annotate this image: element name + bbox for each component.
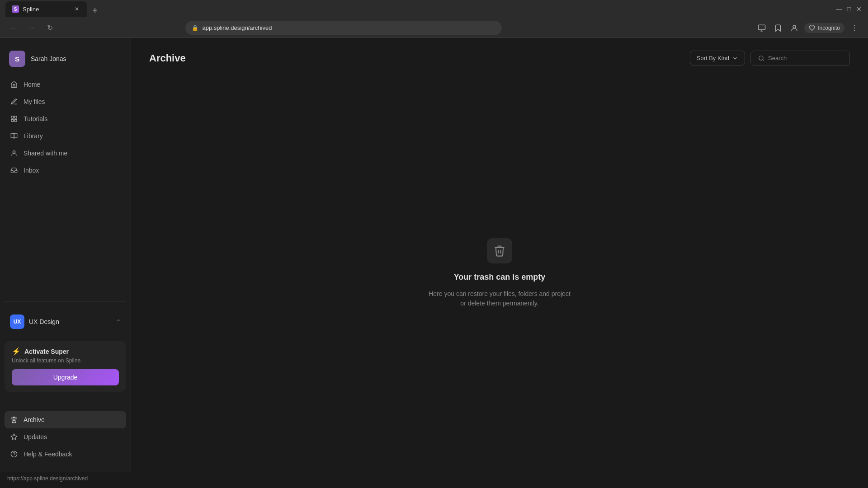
sidebar-item-library[interactable]: Library [5,127,126,145]
sidebar-item-home-label: Home [24,81,40,88]
home-icon [10,80,18,89]
svg-rect-0 [759,25,765,30]
forward-button[interactable]: → [25,22,38,34]
sidebar-item-tutorials[interactable]: Tutorials [5,110,126,127]
empty-state: Your trash can is empty Here you can res… [131,75,868,472]
svg-rect-2 [11,116,14,118]
sidebar-item-updates[interactable]: Updates [5,428,126,446]
svg-point-1 [793,25,796,28]
empty-trash-icon [493,244,506,257]
lock-icon: 🔒 [192,25,198,31]
tutorials-icon [10,115,18,123]
empty-title: Your trash can is empty [454,272,546,282]
search-box[interactable]: Search [750,51,850,66]
url-text: app.spline.design/archived [202,24,272,31]
back-button[interactable]: ← [7,22,20,34]
browser-tab[interactable]: S Spline ✕ [5,1,87,17]
svg-rect-4 [14,119,17,122]
chevron-down-icon [732,55,738,61]
upgrade-button[interactable]: Upgrade [12,369,119,385]
workspace-header[interactable]: UX UX Design ⌃ [5,311,126,333]
svg-rect-5 [11,119,14,122]
bookmark-icon[interactable] [772,22,784,34]
bottom-nav: Archive Updates Help & Feedback [0,411,131,463]
status-url: https://app.spline.design/archived [7,475,88,482]
sort-label: Sort By Kind [697,55,729,61]
sidebar-divider-2 [5,402,126,402]
sidebar-item-help-label: Help & Feedback [24,450,72,458]
sidebar-item-updates-label: Updates [24,433,47,441]
activate-header: ⚡ Activate Super [12,347,119,356]
sidebar-item-home[interactable]: Home [5,76,126,93]
sidebar-item-archive[interactable]: Archive [5,411,126,428]
page-title: Archive [149,52,186,64]
svg-point-10 [759,56,763,60]
header-actions: Sort By Kind Search [690,51,850,66]
svg-point-6 [13,151,15,153]
chevron-up-icon: ⌃ [116,319,121,325]
browser-actions: Incognito ⋮ [755,22,861,34]
main-content: Archive Sort By Kind Search [131,38,868,472]
status-bar: https://app.spline.design/archived [0,472,868,484]
workspace-name: UX Design [29,318,112,325]
profile-icon[interactable] [788,22,801,34]
workspace-section: UX UX Design ⌃ [0,307,131,336]
sidebar-item-my-files-label: My files [24,98,45,105]
inbox-icon [10,166,18,174]
activate-description: Unlock all features on Spline. [12,357,119,364]
app-container: S Sarah Jonas Home My files [0,38,868,472]
library-icon [10,132,18,140]
upgrade-section: ⚡ Activate Super Unlock all features on … [5,341,126,392]
tab-title: Spline [23,6,39,13]
svg-marker-7 [11,434,17,440]
incognito-label: Incognito [818,25,840,31]
incognito-button[interactable]: Incognito [804,23,844,33]
sort-button[interactable]: Sort By Kind [690,51,745,66]
url-bar[interactable]: 🔒 app.spline.design/archived [185,21,502,35]
address-bar: ← → ↻ 🔒 app.spline.design/archived [0,18,868,38]
svg-line-11 [763,59,764,61]
menu-icon[interactable]: ⋮ [848,22,861,34]
browser-titlebar: — □ ✕ S Spline ✕ + [0,0,868,18]
sidebar-divider [5,301,126,302]
tab-favicon: S [12,5,19,13]
trash-icon-container [487,238,512,263]
nav-section: Home My files Tutorials [0,76,131,296]
screen-share-icon[interactable] [755,22,768,34]
sidebar-item-help[interactable]: Help & Feedback [5,446,126,463]
updates-icon [10,433,18,441]
shared-icon [10,149,18,157]
sidebar-item-tutorials-label: Tutorials [24,115,47,122]
search-placeholder: Search [768,55,787,61]
archive-trash-icon [10,416,18,424]
sidebar-item-library-label: Library [24,132,43,140]
close-button[interactable]: ✕ [855,5,863,13]
edit-icon [10,98,18,106]
browser-chrome: — □ ✕ S Spline ✕ + ← → ↻ 🔒 app.spline.de… [0,0,868,38]
sidebar-item-shared[interactable]: Shared with me [5,145,126,162]
tab-close-button[interactable]: ✕ [73,5,80,13]
sidebar-item-archive-label: Archive [24,416,45,423]
user-name: Sarah Jonas [31,55,66,62]
main-header: Archive Sort By Kind Search [131,38,868,75]
sidebar: S Sarah Jonas Home My files [0,38,131,472]
help-icon [10,450,18,458]
empty-description: Here you can restore your files, folders… [429,289,571,308]
sidebar-item-inbox[interactable]: Inbox [5,162,126,179]
user-avatar: S [9,51,25,67]
search-icon [758,55,764,61]
svg-rect-3 [14,116,17,118]
sidebar-item-shared-label: Shared with me [24,150,67,157]
maximize-button[interactable]: □ [845,5,853,13]
sidebar-item-inbox-label: Inbox [24,167,39,174]
user-section: S Sarah Jonas [0,47,131,76]
minimize-button[interactable]: — [835,5,843,13]
new-tab-button[interactable]: + [89,4,101,17]
sidebar-item-my-files[interactable]: My files [5,93,126,110]
workspace-avatar: UX [10,314,24,329]
lightning-icon: ⚡ [12,347,21,356]
activate-title: Activate Super [24,348,69,355]
reload-button[interactable]: ↻ [43,22,56,34]
